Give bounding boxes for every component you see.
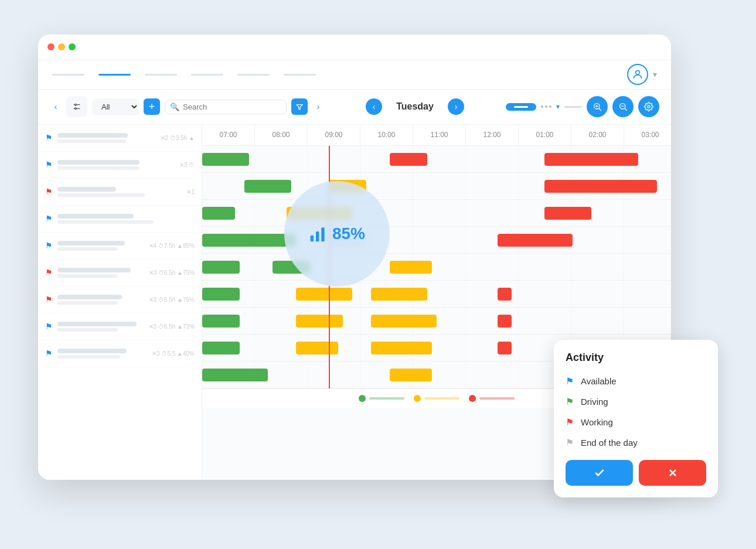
gantt-bar-driving[interactable] bbox=[371, 288, 427, 301]
driver-row[interactable]: ⚑ ✕3 ⏱ bbox=[38, 152, 202, 179]
traffic-lights bbox=[47, 43, 76, 50]
next-day-button[interactable]: › bbox=[448, 98, 464, 115]
gantt-bar-driving[interactable] bbox=[390, 261, 432, 274]
activity-confirm-button[interactable] bbox=[566, 460, 633, 486]
gantt-bar-driving[interactable] bbox=[371, 342, 432, 354]
search-container: 🔍 bbox=[165, 100, 287, 114]
expand-panel-button[interactable]: › bbox=[312, 101, 324, 112]
grid-col bbox=[571, 227, 624, 253]
gantt-bar-available[interactable] bbox=[202, 369, 268, 381]
tab-4[interactable] bbox=[191, 74, 223, 76]
grid-col bbox=[519, 308, 571, 334]
driver-row[interactable]: ⚑ bbox=[38, 206, 202, 233]
tab-6[interactable] bbox=[284, 74, 316, 76]
stat-text: ✕2 ⏱3.5h ▲ bbox=[161, 135, 195, 141]
driver-sub-bar bbox=[57, 247, 118, 251]
time-09: 09:00 bbox=[308, 125, 360, 145]
driver-row[interactable]: ⚑ ✕3 ⏱6.5h ▲73% bbox=[38, 313, 202, 340]
close-button[interactable] bbox=[47, 43, 55, 50]
gantt-bar-available[interactable] bbox=[202, 342, 240, 354]
gantt-row-7 bbox=[202, 308, 671, 335]
driver-row[interactable]: ⚑ ✕3 ⏱6.5h ▲75% bbox=[38, 287, 202, 313]
gantt-bar-working[interactable] bbox=[498, 234, 573, 247]
gantt-bar-driving[interactable] bbox=[371, 315, 437, 328]
time-10: 10:00 bbox=[360, 125, 413, 145]
driver-flag-icon: ⚑ bbox=[45, 187, 53, 196]
zoom-out-button[interactable] bbox=[612, 96, 634, 117]
zoom-in-button[interactable] bbox=[587, 96, 608, 117]
gantt-bar-driving[interactable] bbox=[390, 369, 432, 381]
driver-name-bar bbox=[57, 349, 127, 353]
tab-5[interactable] bbox=[237, 74, 270, 76]
svg-rect-17 bbox=[321, 227, 324, 241]
add-driver-button[interactable]: + bbox=[144, 98, 160, 115]
grid-col bbox=[624, 254, 671, 280]
view-pill-button[interactable] bbox=[506, 103, 536, 111]
filter-select[interactable]: All bbox=[92, 98, 139, 115]
svg-rect-16 bbox=[316, 231, 319, 241]
grid-col bbox=[624, 308, 671, 334]
driver-row[interactable]: ⚑ ✕1 bbox=[38, 179, 202, 206]
gantt-bar-available[interactable] bbox=[202, 315, 240, 328]
activity-panel: Activity ⚑ Available ⚑ Driving ⚑ Working… bbox=[554, 340, 718, 497]
tab-1[interactable] bbox=[52, 74, 84, 76]
grid-col bbox=[255, 146, 308, 172]
title-bar bbox=[38, 35, 671, 60]
driver-info bbox=[57, 349, 147, 359]
gantt-bar-available[interactable] bbox=[202, 234, 296, 247]
nav-dropdown-arrow[interactable]: ▾ bbox=[653, 70, 657, 79]
filter-icon-button[interactable] bbox=[66, 96, 87, 117]
gantt-bar-available[interactable] bbox=[202, 153, 249, 166]
gantt-bar-driving[interactable] bbox=[296, 315, 343, 328]
settings-button[interactable] bbox=[638, 96, 659, 117]
gantt-bar-working[interactable] bbox=[390, 153, 427, 166]
driver-sub-bar bbox=[57, 220, 154, 224]
gantt-bar-driving[interactable] bbox=[296, 342, 338, 354]
driver-row[interactable]: ⚑ ✕4 ⏱7.5h ▲85% bbox=[38, 233, 202, 260]
driving-label: Driving bbox=[581, 397, 608, 407]
driver-row[interactable]: ⚑ ✕3 ⏱6.5h ▲75% bbox=[38, 260, 202, 287]
tab-2[interactable] bbox=[98, 74, 131, 76]
gantt-bar-working[interactable] bbox=[498, 315, 512, 328]
gantt-bar-driving[interactable] bbox=[296, 288, 352, 301]
activity-cancel-button[interactable] bbox=[639, 460, 706, 486]
time-08: 08:00 bbox=[255, 125, 308, 145]
driver-sub-bar bbox=[57, 139, 126, 143]
gantt-bar-available[interactable] bbox=[202, 261, 240, 274]
driver-sub-bar bbox=[57, 166, 139, 170]
search-input[interactable] bbox=[183, 103, 281, 111]
driver-row[interactable]: ⚑ ✕2 ⏱3.5h ▲ bbox=[38, 125, 202, 152]
gantt-bar-working[interactable] bbox=[544, 207, 591, 220]
driver-name-bar bbox=[57, 268, 131, 272]
gantt-bar-working[interactable] bbox=[544, 153, 638, 166]
driver-sub-bar bbox=[57, 328, 118, 332]
driver-name-bar bbox=[57, 214, 134, 219]
svg-line-8 bbox=[599, 108, 601, 111]
gantt-bar-working[interactable] bbox=[498, 342, 512, 354]
driver-info bbox=[57, 295, 144, 305]
maximize-button[interactable] bbox=[69, 43, 76, 50]
gantt-bar-available[interactable] bbox=[202, 288, 240, 301]
gantt-bar-working[interactable] bbox=[544, 180, 657, 193]
grid-col bbox=[571, 308, 624, 334]
legend-dot-yellow bbox=[414, 395, 421, 402]
working-label: Working bbox=[581, 417, 613, 427]
gantt-bar-available[interactable] bbox=[244, 180, 291, 193]
view-dropdown-arrow[interactable]: ▾ bbox=[556, 103, 560, 111]
grid-col bbox=[413, 173, 466, 199]
gantt-bar-working[interactable] bbox=[498, 288, 512, 301]
collapse-panel-button[interactable]: ‹ bbox=[50, 101, 62, 112]
driver-info bbox=[57, 187, 182, 197]
gantt-bar-available[interactable] bbox=[202, 207, 235, 220]
screen-wrapper: ▾ ‹ All + � bbox=[38, 35, 718, 515]
user-avatar[interactable] bbox=[627, 64, 648, 85]
legend-line-yellow bbox=[424, 397, 459, 400]
minimize-button[interactable] bbox=[58, 43, 65, 50]
driver-row[interactable]: ⚑ ✕3 ⏱5.5 ▲40% bbox=[38, 340, 202, 367]
legend-dot-green bbox=[359, 395, 366, 402]
view-line bbox=[564, 106, 582, 108]
search-filter-button[interactable] bbox=[291, 98, 308, 115]
prev-day-button[interactable]: ‹ bbox=[366, 98, 382, 115]
driver-flag-icon: ⚑ bbox=[45, 349, 53, 358]
tab-3[interactable] bbox=[145, 74, 177, 76]
